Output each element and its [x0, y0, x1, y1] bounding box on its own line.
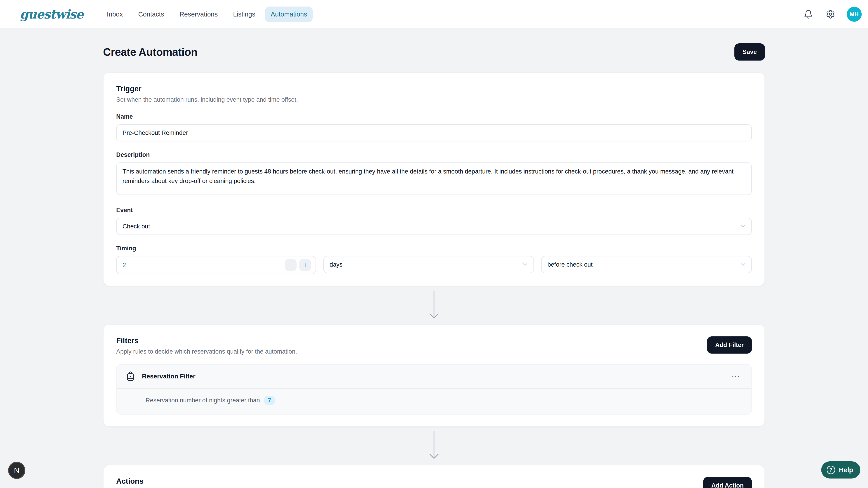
save-button[interactable]: Save	[735, 43, 765, 61]
filter-rule: Reservation number of nights greater tha…	[117, 389, 751, 414]
actions-header: Actions Specify what happens when the au…	[116, 477, 752, 488]
filter-rule-text: Reservation number of nights greater tha…	[146, 397, 260, 404]
arrow-down-icon	[429, 290, 439, 321]
nav-item-inbox[interactable]: Inbox	[101, 6, 128, 22]
actions-title: Actions	[116, 477, 250, 486]
timing-number-input[interactable]	[123, 262, 285, 269]
flow-connector	[103, 427, 765, 465]
page-header: Create Automation Save	[103, 43, 765, 61]
filters-subtitle: Apply rules to decide which reservations…	[116, 348, 297, 355]
page-title: Create Automation	[103, 46, 197, 58]
increment-button[interactable]: +	[299, 259, 311, 271]
filters-title: Filters	[116, 336, 297, 345]
settings-gear-icon[interactable]	[822, 6, 839, 22]
app-logo[interactable]: guestwise	[20, 7, 83, 22]
filter-more-options-button[interactable]: ⋯	[729, 370, 743, 382]
trigger-title: Trigger	[116, 85, 752, 93]
filters-card: Filters Apply rules to decide which rese…	[103, 324, 765, 427]
main-nav: Inbox Contacts Reservations Listings Aut…	[101, 6, 312, 22]
description-textarea[interactable]: This automation sends a friendly reminde…	[116, 162, 752, 195]
question-mark-icon: ?	[827, 466, 835, 474]
notifications-bell-icon[interactable]	[800, 6, 816, 22]
briefcase-icon	[125, 371, 136, 382]
add-action-button[interactable]: Add Action	[703, 477, 752, 488]
flow-connector	[103, 286, 765, 324]
timing-row: − + days before check out	[116, 256, 752, 274]
nav-item-automations[interactable]: Automations	[265, 6, 312, 22]
decrement-button[interactable]: −	[285, 259, 297, 271]
actions-card: Actions Specify what happens when the au…	[103, 465, 765, 488]
filter-item-header: Reservation Filter ⋯	[117, 365, 751, 389]
top-navigation-bar: guestwise Inbox Contacts Reservations Li…	[0, 0, 868, 29]
user-avatar[interactable]: MH	[847, 7, 862, 22]
arrow-down-icon	[429, 430, 439, 461]
name-input[interactable]	[116, 124, 752, 141]
filter-rule-value-badge: 7	[264, 396, 275, 405]
filters-header: Filters Apply rules to decide which rese…	[116, 336, 752, 355]
topbar-right-cluster: MH	[800, 6, 862, 22]
help-button[interactable]: ? Help	[821, 461, 860, 479]
add-filter-button[interactable]: Add Filter	[707, 336, 752, 354]
filter-item-card: Reservation Filter ⋯ Reservation number …	[116, 364, 752, 415]
name-label: Name	[116, 113, 752, 120]
chevron-down-icon	[740, 223, 746, 230]
event-select-value: Check out	[123, 223, 150, 230]
page-content: Create Automation Save Trigger Set when …	[103, 43, 765, 488]
nav-item-listings[interactable]: Listings	[228, 6, 260, 22]
timing-number-stepper: − +	[116, 256, 316, 274]
nav-item-contacts[interactable]: Contacts	[133, 6, 169, 22]
filter-item-title: Reservation Filter	[142, 373, 195, 380]
timing-direction-value: before check out	[548, 261, 593, 268]
trigger-subtitle: Set when the automation runs, including …	[116, 96, 752, 103]
timing-label: Timing	[116, 245, 752, 252]
nav-item-reservations[interactable]: Reservations	[174, 6, 223, 22]
timing-unit-value: days	[330, 261, 342, 268]
trigger-card: Trigger Set when the automation runs, in…	[103, 72, 765, 286]
timing-unit-select[interactable]: days	[323, 256, 534, 273]
event-label: Event	[116, 207, 752, 214]
timing-direction-select[interactable]: before check out	[541, 256, 752, 273]
chevron-down-icon	[740, 261, 746, 268]
event-select[interactable]: Check out	[116, 218, 752, 235]
chevron-down-icon	[522, 261, 528, 268]
dev-tools-badge[interactable]: N	[8, 462, 25, 479]
help-label: Help	[839, 466, 853, 474]
description-label: Description	[116, 151, 752, 158]
